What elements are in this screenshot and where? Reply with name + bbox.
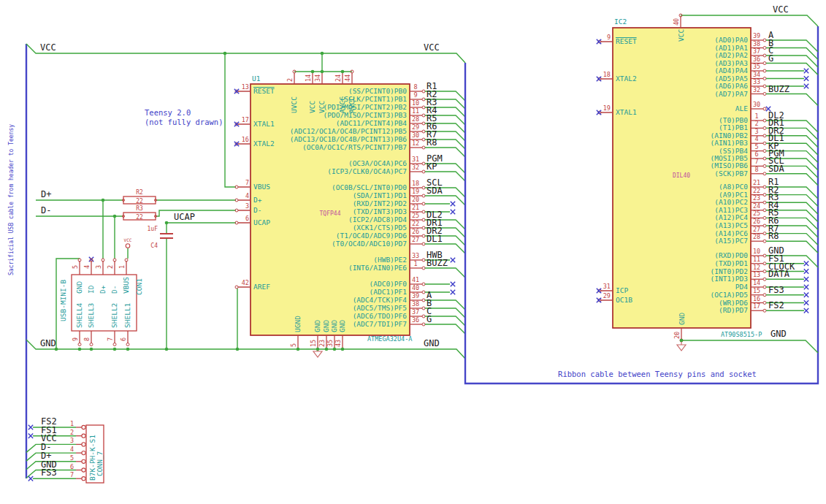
svg-text:22: 22 — [412, 220, 419, 227]
svg-text:VBUS: VBUS — [253, 183, 270, 191]
svg-text:FS2: FS2 — [768, 300, 784, 310]
svg-text:GND: GND — [330, 320, 338, 332]
conn7-ref: CONN_7 — [96, 451, 104, 476]
svg-text:9: 9 — [72, 337, 79, 341]
svg-text:21: 21 — [412, 204, 419, 211]
svg-text:ID: ID — [87, 285, 95, 294]
svg-text:24: 24 — [753, 202, 760, 210]
svg-text:(SS)PB4: (SS)PB4 — [719, 147, 748, 155]
svg-text:34: 34 — [753, 71, 760, 78]
svg-text:26: 26 — [753, 218, 760, 225]
svg-text:7: 7 — [245, 179, 249, 186]
svg-text:XTAL1: XTAL1 — [253, 120, 275, 128]
svg-text:(T0)PB0: (T0)PB0 — [719, 116, 748, 124]
svg-text:7: 7 — [107, 337, 114, 341]
u1-value: ATMEGA32U4-A — [367, 335, 412, 343]
svg-text:2: 2 — [754, 120, 758, 127]
svg-text:(A10)PC2: (A10)PC2 — [714, 198, 748, 206]
svg-text:VCC: VCC — [677, 29, 685, 42]
svg-text:(SCLK/PCINT1)PB1: (SCLK/PCINT1)PB1 — [340, 95, 407, 103]
r2-ref: R2 — [136, 189, 143, 196]
svg-text:G: G — [427, 314, 432, 324]
vcc-label-ic2: VCC — [773, 4, 789, 15]
conn7-pin-row: 1 FS2 — [28, 416, 85, 429]
svg-text:D+: D+ — [99, 285, 107, 294]
svg-text:VCC: VCC — [124, 237, 132, 243]
svg-text:(PDI/MOSI/PCINT2)PB2: (PDI/MOSI/PCINT2)PB2 — [324, 103, 407, 111]
svg-text:ALE: ALE — [735, 104, 748, 112]
svg-text:(AD1)PA1: (AD1)PA1 — [714, 44, 748, 52]
svg-text:(ICP2/ADC8)PD4: (ICP2/ADC8)PD4 — [348, 215, 407, 224]
schematic-canvas: Sacrificial USB cable from header to Tee… — [0, 0, 826, 504]
svg-text:35: 35 — [753, 63, 760, 70]
svg-text:1: 1 — [70, 420, 74, 427]
svg-text:13: 13 — [242, 83, 249, 91]
vcc-rail-label-right: VCC — [424, 42, 440, 53]
gnd-rail-label-right: GND — [424, 338, 440, 348]
svg-text:FS3: FS3 — [41, 467, 57, 478]
svg-text:UGND: UGND — [294, 316, 302, 332]
svg-text:28: 28 — [412, 115, 419, 123]
svg-text:3: 3 — [95, 265, 102, 269]
svg-text:(T1/OC4D/ADC9)PD6: (T1/OC4D/ADC9)PD6 — [336, 232, 408, 240]
svg-text:42: 42 — [242, 279, 249, 286]
svg-text:SDA: SDA — [427, 186, 443, 196]
dplus-net-label: D+ — [41, 189, 51, 199]
svg-text:17: 17 — [753, 302, 760, 310]
svg-text:20: 20 — [412, 196, 419, 203]
svg-text:(RXD)PD0: (RXD)PD0 — [714, 251, 748, 259]
svg-text:AREF: AREF — [253, 283, 270, 291]
svg-text:5: 5 — [72, 265, 79, 269]
connector-con1: USB-MINI-B CON1 5 GND 4 ID 3 D+ 2 D- — [59, 257, 143, 351]
svg-text:3: 3 — [754, 128, 758, 135]
svg-text:SDA: SDA — [768, 164, 784, 174]
svg-text:6: 6 — [754, 150, 758, 158]
svg-text:1: 1 — [118, 265, 126, 269]
svg-text:(SDA/INT1)PD1: (SDA/INT1)PD1 — [353, 191, 408, 199]
svg-text:DL1: DL1 — [427, 234, 443, 244]
teensy-note-line1: Teensy 2.0 — [145, 108, 191, 117]
svg-text:(TXD)PD1: (TXD)PD1 — [714, 259, 748, 267]
svg-text:27: 27 — [753, 226, 760, 233]
svg-text:35: 35 — [326, 340, 334, 347]
svg-text:VBUS: VBUS — [122, 277, 130, 294]
svg-text:30: 30 — [412, 131, 419, 139]
svg-text:(A9)PC1: (A9)PC1 — [719, 191, 748, 199]
svg-text:23: 23 — [318, 340, 326, 347]
svg-text:(A15)PC7: (A15)PC7 — [714, 237, 748, 245]
svg-text:12: 12 — [753, 264, 760, 271]
ribbon-note: Ribbon cable between Teensy pins and soc… — [558, 370, 757, 378]
resistor-r2: R2 22 — [123, 189, 157, 205]
svg-text:UCAP: UCAP — [253, 218, 270, 226]
ic2-footprint: DIL40 — [673, 172, 690, 179]
ic2-right-pins-pc: 21 (A8)PC0 R1 22 (A9)PC1 R2 23 (A10)PC2 … — [714, 177, 818, 253]
svg-text:GND: GND — [338, 320, 346, 332]
svg-text:25: 25 — [753, 210, 760, 217]
svg-text:3: 3 — [70, 437, 74, 444]
svg-text:18: 18 — [603, 71, 611, 78]
svg-text:(ADC11/PCINT4)PB4: (ADC11/PCINT4)PB4 — [336, 119, 408, 127]
resistor-r3: R3 22 — [123, 205, 157, 221]
svg-text:(AD7)PA7: (AD7)PA7 — [714, 90, 748, 98]
svg-text:(OC1A)PD5: (OC1A)PD5 — [711, 291, 748, 299]
svg-text:25: 25 — [412, 212, 419, 219]
svg-text:38: 38 — [412, 300, 419, 308]
svg-text:R8: R8 — [768, 231, 779, 241]
svg-text:(T0/OC4D/ADC10)PD7: (T0/OC4D/ADC10)PD7 — [332, 240, 407, 248]
svg-text:8: 8 — [754, 166, 758, 173]
svg-text:UVCC: UVCC — [290, 96, 298, 113]
schematic-drawing: Sacrificial USB cable from header to Tee… — [0, 0, 826, 504]
svg-text:(MOSI)PB5: (MOSI)PB5 — [711, 154, 748, 162]
svg-text:7: 7 — [754, 158, 758, 165]
svg-text:5: 5 — [754, 143, 758, 150]
svg-text:12: 12 — [412, 140, 419, 147]
svg-text:29: 29 — [412, 123, 419, 131]
c4-ref: C4 — [150, 243, 158, 249]
teensy-note-line2: (not fully drawn) — [145, 118, 223, 126]
svg-text:(T1)PB1: (T1)PB1 — [719, 123, 748, 131]
u1-bottom-pins: 5 UGND 15 GND 23 GND 35 GND 43 GND — [290, 316, 346, 348]
vcc-rail-label-left: VCC — [40, 42, 56, 53]
u1-ref: U1 — [252, 75, 261, 83]
svg-text:(SCK)PB7: (SCK)PB7 — [714, 169, 748, 177]
svg-text:BUZZ: BUZZ — [427, 258, 448, 268]
